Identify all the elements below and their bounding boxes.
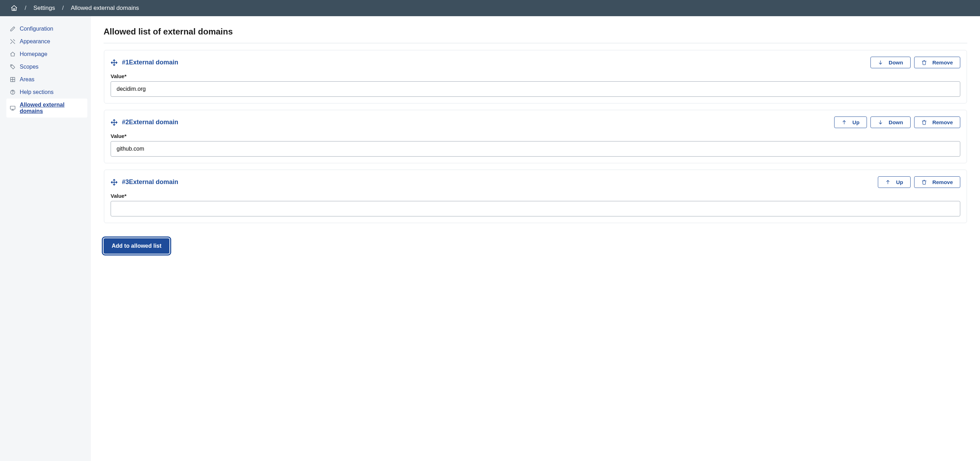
- value-label: Value*: [111, 73, 960, 79]
- sidebar: Configuration Appearance Homepage Scopes…: [0, 16, 91, 461]
- topbar: / Settings / Allowed external domains: [0, 0, 980, 16]
- remove-button[interactable]: Remove: [914, 57, 960, 68]
- svg-point-5: [13, 93, 13, 93]
- domain-card-header: #1External domainDownRemove: [111, 57, 960, 68]
- question-icon: [10, 89, 16, 95]
- sidebar-item-allowed-external-domains[interactable]: Allowed external domains: [6, 98, 88, 117]
- sidebar-item-configuration[interactable]: Configuration: [6, 22, 88, 35]
- domain-value-input[interactable]: [111, 201, 960, 216]
- sidebar-item-areas[interactable]: Areas: [6, 73, 88, 86]
- domain-card-actions: UpRemove: [878, 176, 960, 188]
- arrow-down-icon: [878, 60, 883, 65]
- tools-icon: [10, 39, 16, 44]
- remove-button[interactable]: Remove: [914, 176, 960, 188]
- home-icon: [10, 51, 16, 57]
- sidebar-item-label: Help sections: [20, 89, 54, 95]
- monitor-icon: [10, 105, 16, 111]
- domain-card-header: #2External domainUpDownRemove: [111, 116, 960, 128]
- sidebar-item-label: Scopes: [20, 64, 38, 70]
- pencil-icon: [10, 26, 16, 32]
- domain-value-input[interactable]: [111, 141, 960, 157]
- sidebar-item-appearance[interactable]: Appearance: [6, 35, 88, 48]
- sidebar-item-label: Allowed external domains: [20, 102, 84, 114]
- sidebar-item-scopes[interactable]: Scopes: [6, 60, 88, 73]
- sidebar-item-label: Configuration: [20, 26, 53, 32]
- domain-heading: #3External domain: [122, 178, 178, 186]
- move-icon[interactable]: [111, 119, 118, 126]
- up-button[interactable]: Up: [878, 176, 911, 188]
- sidebar-item-homepage[interactable]: Homepage: [6, 48, 88, 60]
- add-to-allowed-list-button[interactable]: Add to allowed list: [103, 238, 169, 254]
- sidebar-item-help-sections[interactable]: Help sections: [6, 86, 88, 98]
- value-label: Value*: [111, 193, 960, 199]
- domain-value-input[interactable]: [111, 81, 960, 97]
- page-title: Allowed list of external domains: [103, 27, 967, 43]
- domain-card: #2External domainUpDownRemoveValue*: [104, 110, 967, 163]
- svg-point-0: [11, 65, 12, 66]
- domain-card-title: #2External domain: [111, 119, 178, 126]
- grid-icon: [10, 77, 16, 82]
- domain-card-title: #3External domain: [111, 178, 178, 186]
- up-button[interactable]: Up: [834, 116, 867, 128]
- remove-button[interactable]: Remove: [914, 116, 960, 128]
- domain-card-actions: UpDownRemove: [834, 116, 960, 128]
- breadcrumb-current: Allowed external domains: [71, 5, 139, 12]
- domain-card-actions: DownRemove: [870, 57, 960, 68]
- down-button[interactable]: Down: [870, 57, 911, 68]
- trash-icon: [921, 179, 927, 185]
- domain-card-title: #1External domain: [111, 59, 178, 66]
- move-icon[interactable]: [111, 179, 118, 186]
- sidebar-item-label: Areas: [20, 76, 35, 83]
- breadcrumb-separator: /: [62, 5, 64, 12]
- svg-rect-6: [10, 106, 15, 109]
- arrow-up-icon: [885, 179, 891, 185]
- down-button[interactable]: Down: [870, 116, 911, 128]
- domain-heading: #2External domain: [122, 119, 178, 126]
- tag-icon: [10, 64, 16, 70]
- sidebar-item-label: Appearance: [20, 38, 50, 45]
- value-label: Value*: [111, 133, 960, 139]
- breadcrumb-settings[interactable]: Settings: [33, 5, 55, 12]
- home-icon: [11, 5, 18, 12]
- breadcrumb-home[interactable]: [11, 5, 18, 12]
- domain-card-header: #3External domainUpRemove: [111, 176, 960, 188]
- arrow-up-icon: [842, 120, 847, 125]
- trash-icon: [921, 60, 927, 65]
- domain-heading: #1External domain: [122, 59, 178, 66]
- sidebar-item-label: Homepage: [20, 51, 47, 57]
- domain-card: #3External domainUpRemoveValue*: [104, 170, 967, 223]
- main-content: Allowed list of external domains #1Exter…: [91, 16, 980, 461]
- breadcrumb-separator: /: [25, 5, 26, 12]
- domain-card: #1External domainDownRemoveValue*: [104, 50, 967, 103]
- move-icon[interactable]: [111, 59, 118, 66]
- trash-icon: [921, 120, 927, 125]
- arrow-down-icon: [878, 120, 883, 125]
